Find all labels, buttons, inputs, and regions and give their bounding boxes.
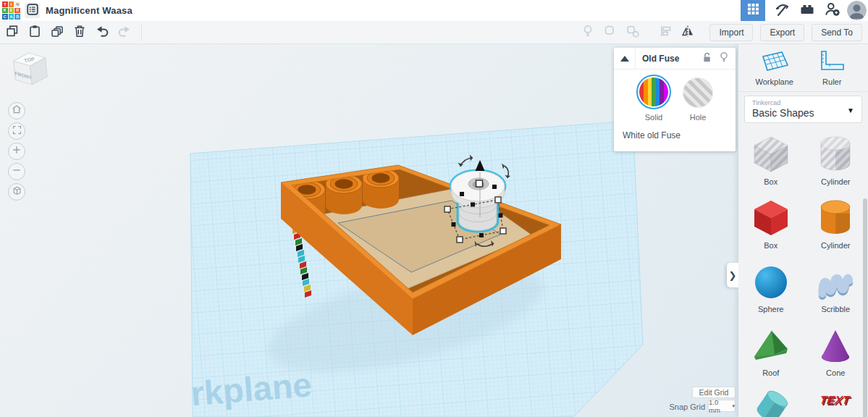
shape-label: Roof bbox=[746, 368, 796, 377]
home-icon bbox=[11, 104, 22, 118]
collapse-triangle-icon bbox=[620, 56, 629, 62]
shape-category-select[interactable]: Tinkercad Basic Shapes ▼ bbox=[744, 96, 862, 123]
logo-tile: E bbox=[9, 8, 14, 14]
plus-icon bbox=[12, 145, 22, 158]
import-button[interactable]: Import bbox=[709, 24, 753, 41]
text-shape-glyph: TEXT bbox=[819, 393, 852, 406]
logo-tile: C bbox=[2, 14, 8, 20]
shape-tile-sphere[interactable]: Sphere bbox=[746, 261, 796, 324]
ruler-helper[interactable]: Ruler bbox=[806, 50, 857, 86]
shape-label: Cylinder bbox=[810, 241, 861, 250]
zoom-in-button[interactable] bbox=[8, 143, 25, 160]
cylinder-icon bbox=[815, 227, 856, 240]
panel-collapse-tab[interactable]: ❯ bbox=[727, 263, 738, 287]
box-icon bbox=[751, 227, 791, 240]
snap-grid-select[interactable]: 1.0 mm ▾ bbox=[708, 400, 736, 412]
duplicate-button[interactable] bbox=[49, 25, 65, 41]
design-menu-icon bbox=[27, 4, 38, 18]
sidebar-divider bbox=[738, 91, 868, 92]
shape-inspector: Old Fuse Solid Hole White old Fuse bbox=[614, 48, 736, 151]
show-all-button[interactable] bbox=[580, 25, 596, 41]
dashboard-grid-button[interactable] bbox=[741, 0, 765, 21]
shape-tile-hole-cylinder[interactable]: Cylinder bbox=[810, 133, 861, 197]
brick-icon bbox=[799, 1, 815, 20]
logo-tile: D bbox=[14, 14, 20, 20]
align-icon bbox=[658, 24, 673, 41]
ruler-helper-label: Ruler bbox=[806, 77, 857, 86]
toolbar-separator bbox=[141, 24, 142, 41]
fit-view-icon bbox=[12, 125, 22, 138]
grid-icon bbox=[748, 4, 759, 17]
solid-swatch[interactable] bbox=[636, 75, 671, 109]
logo-tile: I bbox=[9, 1, 14, 7]
shape-gallery: Box Cylinder Box Cylinder Sphere Scribbl… bbox=[738, 123, 868, 417]
invite-collaborator-button[interactable] bbox=[824, 2, 841, 20]
design-title[interactable]: Magnificent Waasa bbox=[46, 5, 132, 16]
roof-icon bbox=[751, 355, 791, 367]
home-view-button[interactable] bbox=[8, 102, 25, 119]
person-add-icon bbox=[824, 1, 841, 21]
caret-down-icon: ▼ bbox=[847, 106, 854, 114]
tinkercad-logo[interactable]: T I N K E R C A D bbox=[2, 1, 20, 20]
shape-tile-scribble[interactable]: Scribble bbox=[810, 261, 861, 324]
group-button[interactable] bbox=[602, 25, 618, 41]
hole-swatch[interactable] bbox=[683, 77, 713, 108]
shape-tile-round-roof[interactable] bbox=[746, 388, 796, 417]
hide-lightbulb-icon[interactable] bbox=[719, 51, 729, 66]
minus-icon bbox=[12, 165, 22, 178]
category-name: Basic Shapes bbox=[752, 107, 854, 119]
zoom-out-button[interactable] bbox=[8, 163, 25, 180]
inspector-title: Old Fuse bbox=[636, 54, 701, 64]
view-cube[interactable]: TOP FRONT bbox=[10, 50, 51, 90]
shape-tile-cone[interactable]: Cone bbox=[810, 324, 861, 388]
sphere-icon bbox=[751, 291, 791, 303]
edit-grid-button[interactable]: Edit Grid bbox=[692, 387, 736, 398]
inspector-collapse-button[interactable] bbox=[614, 48, 636, 70]
delete-button[interactable] bbox=[72, 25, 88, 41]
workplane-helper-label: Workplane bbox=[749, 77, 800, 86]
undo-button[interactable] bbox=[94, 25, 110, 41]
shape-label: Cylinder bbox=[810, 177, 861, 186]
export-button[interactable]: Export bbox=[760, 24, 804, 41]
perspective-cube-icon bbox=[12, 185, 22, 199]
scale-height-handle[interactable] bbox=[476, 180, 483, 187]
category-kicker: Tinkercad bbox=[752, 99, 854, 106]
top-bar: T I N K E R C A D Magnificent Waasa bbox=[0, 0, 868, 21]
send-to-button[interactable]: Send To bbox=[812, 24, 862, 41]
solid-rainbow-icon bbox=[639, 77, 668, 106]
shape-label: Scribble bbox=[810, 305, 861, 313]
unlock-icon[interactable] bbox=[701, 51, 712, 66]
perspective-toggle-button[interactable] bbox=[8, 183, 25, 201]
shape-tile-roof[interactable]: Roof bbox=[746, 324, 796, 388]
redo-button[interactable] bbox=[117, 25, 132, 41]
mirror-button[interactable] bbox=[680, 25, 696, 41]
viewport-3d[interactable]: Workplane bbox=[0, 44, 738, 417]
paste-icon bbox=[28, 24, 42, 41]
shape-tile-hole-box[interactable]: Box bbox=[746, 133, 796, 197]
paste-button[interactable] bbox=[27, 25, 43, 41]
gallery-scrollbar[interactable] bbox=[863, 198, 867, 417]
shape-tile-box[interactable]: Box bbox=[746, 197, 796, 261]
logo-tile: N bbox=[14, 1, 20, 7]
ruler-icon bbox=[816, 63, 848, 75]
copy-button[interactable] bbox=[4, 25, 20, 41]
workplane-helper[interactable]: Workplane bbox=[749, 50, 800, 86]
logo-tile: K bbox=[2, 8, 8, 14]
design-properties-button[interactable] bbox=[25, 3, 40, 18]
pickaxe-icon bbox=[774, 1, 790, 20]
minecraft-export-button[interactable] bbox=[773, 2, 791, 20]
lego-export-button[interactable] bbox=[799, 2, 816, 20]
shape-tile-text[interactable]: TEXTTEXT bbox=[810, 388, 861, 417]
shape-label: Box bbox=[746, 241, 796, 250]
fit-view-button[interactable] bbox=[8, 122, 25, 140]
avatar[interactable] bbox=[847, 1, 867, 20]
edit-toolbar: Import Export Send To bbox=[0, 21, 868, 44]
ungroup-button[interactable] bbox=[625, 25, 641, 41]
lightbulb-icon bbox=[581, 24, 595, 41]
shape-label: Box bbox=[746, 177, 796, 186]
scribble-icon bbox=[815, 291, 856, 303]
workplane-icon bbox=[759, 63, 791, 75]
align-button[interactable] bbox=[657, 25, 673, 41]
logo-tile: T bbox=[2, 1, 8, 7]
shape-tile-cylinder[interactable]: Cylinder bbox=[810, 197, 861, 261]
